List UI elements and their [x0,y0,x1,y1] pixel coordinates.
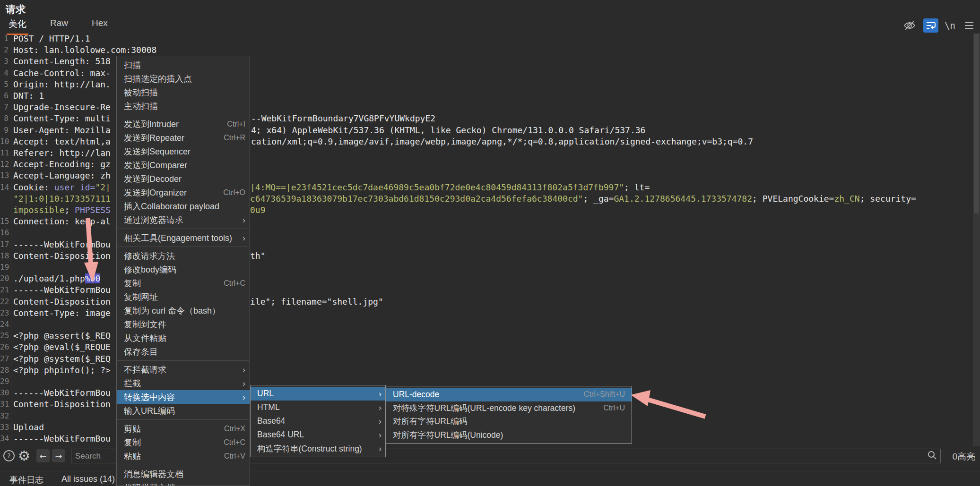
editor-scrollbar[interactable] [973,33,980,446]
line-number: 22 [0,296,9,307]
search-next-button[interactable]: → [52,449,65,462]
code-line[interactable]: 2Host: lan.lololowe.com:30008 [0,44,965,56]
line-number: 28 [0,365,9,376]
url-convert-submenu-item[interactable]: URL-decodeCtrl+Shift+U [386,388,632,401]
help-icon[interactable]: ? [3,450,15,464]
tab-raw[interactable]: Raw [48,18,70,35]
submenu-chevron-icon: › [379,402,382,413]
context-menu-item[interactable]: 保存条目 [117,345,250,358]
line-number: 27 [0,353,9,365]
context-menu-separator [117,360,249,361]
context-menu-item[interactable]: 发送到RepeaterCtrl+R [117,131,250,145]
context-menu-item[interactable]: 剪贴Ctrl+X [117,422,250,435]
context-menu-separator [117,229,249,229]
context-menu-item[interactable]: 不拦截请求› [117,363,250,376]
submenu-chevron-icon: › [243,233,245,243]
convert-submenu-item[interactable]: HTML› [251,401,385,414]
url-convert-submenu-item[interactable]: 对所有字符URL编码 [386,415,632,428]
context-menu-item[interactable]: 发送到Sequencer [117,145,250,158]
line-number: 12 [0,159,9,170]
context-menu-item[interactable]: 扫描选定的插入点 [117,72,250,85]
code-line[interactable]: 1POST / HTTP/1.1 [0,33,965,45]
context-menu-item[interactable]: 发送到OrganizerCtrl+O [117,186,250,199]
submenu-chevron-icon: › [379,416,382,426]
event-log-link[interactable]: 事件日志 [9,474,43,486]
line-number: 18 [0,250,9,262]
search-magnifier-icon[interactable] [927,450,937,462]
line-number: 15 [0,216,9,227]
context-menu-item[interactable]: 粘贴Ctrl+V [117,449,250,463]
context-menu-item[interactable]: 插入Collaborator payload [117,199,250,213]
line-number: 32 [0,410,9,422]
context-menu-item[interactable]: 复制到文件 [117,317,250,331]
context-menu-item[interactable]: 发送到Comparer [117,158,250,172]
context-menu-separator [117,419,249,420]
line-number: 30 [0,387,9,399]
view-tabs: 美化 Raw Hex [7,18,110,35]
line-number: 9 [0,125,9,136]
context-menu-item[interactable]: 复制Ctrl+C [117,435,250,449]
context-menu-item[interactable]: 相关工具(Engagement tools)› [117,231,250,245]
submenu-chevron-icon: › [243,215,245,225]
context-menu-item[interactable]: 发送到IntruderCtrl+I [117,117,250,131]
hide-nonprintable-icon[interactable] [902,18,917,33]
context-menu-item[interactable]: 复制Ctrl+C [117,276,250,290]
url-convert-submenu: URL-decodeCtrl+Shift+U对特殊字符URL编码(URL-enc… [386,386,632,443]
context-menu-item[interactable]: 消息编辑器文档 [117,467,250,481]
search-prev-button[interactable]: ← [36,449,50,462]
settings-gear-icon[interactable]: ⚙ [18,447,30,465]
line-number: 29 [0,376,9,387]
convert-submenu-item[interactable]: 构造字符串(Construct string)› [251,442,385,455]
context-menu: 扫描扫描选定的插入点被动扫描主动扫描发送到IntruderCtrl+I发送到Re… [116,56,250,486]
context-menu-item[interactable]: 被动扫描 [117,85,250,99]
context-menu-separator [117,247,249,247]
context-menu-item[interactable]: 从文件粘贴 [117,331,250,345]
submenu-chevron-icon: › [243,378,245,389]
context-menu-item[interactable]: 输入URL编码 [117,404,250,418]
line-number: 33 [0,422,9,433]
submenu-chevron-icon: › [243,392,245,402]
context-menu-item[interactable]: 拦截› [117,376,250,390]
panel-title: 请求 [6,3,26,16]
submenu-chevron-icon: › [379,430,382,440]
context-menu-item[interactable]: 主动扫描 [117,99,250,113]
newline-chars-icon[interactable]: \n [945,20,955,31]
line-number: 34 [0,433,9,444]
line-number: 2 [0,44,9,56]
svg-text:?: ? [7,452,10,460]
convert-submenu-item[interactable]: URL› [251,387,385,401]
line-number: 17 [0,239,9,250]
context-menu-separator [117,465,249,465]
word-wrap-toggle-icon[interactable] [923,18,938,33]
context-menu-item[interactable]: 修改body编码 [117,263,250,276]
submenu-chevron-icon: › [379,389,382,399]
context-menu-item[interactable]: 修改请求方法 [117,249,250,263]
context-menu-item[interactable]: 复制为 curl 命令（bash） [117,304,250,317]
line-number: 11 [0,147,9,159]
line-number: 8 [0,113,9,124]
scrollbar-thumb[interactable] [974,34,979,213]
context-menu-item[interactable]: 转换选中内容› [117,390,250,404]
line-number: 3 [0,56,9,67]
context-menu-item[interactable]: 代理拦截文档 [117,481,250,486]
convert-submenu-item[interactable]: Base64 URL› [251,428,385,442]
editor-toolbar: \n [902,18,977,33]
all-issues-link[interactable]: All issues (14) [61,474,115,484]
line-number: 21 [0,284,9,296]
context-menu-item[interactable]: 发送到Decoder [117,172,250,186]
url-convert-submenu-item[interactable]: 对所有字符URL编码(Unicode) [386,428,632,442]
context-menu-item[interactable]: 扫描 [117,58,250,72]
editor-menu-icon[interactable] [962,18,977,33]
line-number: 31 [0,399,9,410]
tab-hex[interactable]: Hex [90,18,110,35]
convert-submenu-item[interactable]: Base64› [251,414,385,428]
line-number: 5 [0,79,9,90]
line-number: 25 [0,330,9,341]
submenu-chevron-icon: › [379,443,382,454]
tab-pretty[interactable]: 美化 [7,18,28,35]
context-menu-item[interactable]: 复制网址 [117,290,250,304]
line-number: 10 [0,136,9,147]
context-menu-item[interactable]: 通过浏览器请求› [117,213,250,227]
url-convert-submenu-item[interactable]: 对特殊字符URL编码(URL-encode key characters)Ctr… [386,401,632,415]
line-number: 6 [0,90,9,102]
